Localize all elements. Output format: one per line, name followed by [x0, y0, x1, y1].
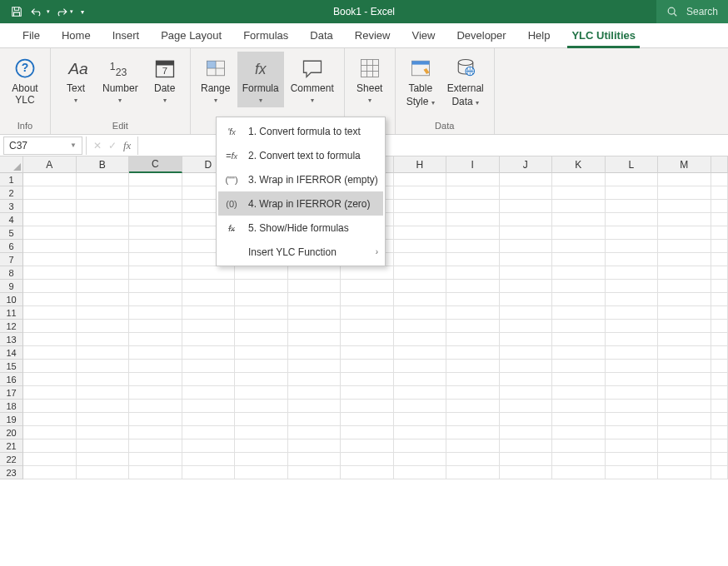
cell[interactable]: [23, 280, 77, 293]
cell[interactable]: [500, 186, 553, 200]
cell[interactable]: [606, 373, 659, 386]
cell[interactable]: [77, 426, 130, 439]
row-header[interactable]: 17: [0, 386, 23, 400]
cell[interactable]: [446, 293, 500, 306]
tab-formulas[interactable]: Formulas: [232, 23, 299, 48]
cell[interactable]: [23, 226, 77, 240]
cell[interactable]: [182, 386, 236, 400]
cell[interactable]: [446, 333, 500, 346]
cell[interactable]: [341, 293, 394, 306]
cell[interactable]: [446, 453, 500, 466]
sheet-button[interactable]: Sheet▾: [350, 52, 390, 107]
cell[interactable]: [394, 333, 447, 346]
cell[interactable]: [288, 360, 342, 373]
cell[interactable]: [288, 320, 342, 333]
cell[interactable]: [500, 226, 553, 240]
cell[interactable]: [288, 386, 342, 400]
cell[interactable]: [23, 240, 77, 253]
cell[interactable]: [341, 453, 394, 466]
row-header[interactable]: 11: [0, 306, 23, 320]
cell[interactable]: [446, 426, 500, 439]
cell[interactable]: [394, 240, 447, 253]
cell[interactable]: [711, 306, 728, 320]
cell[interactable]: [394, 453, 447, 466]
row-header[interactable]: 4: [0, 213, 23, 226]
cell[interactable]: [77, 466, 130, 479]
cell[interactable]: [394, 293, 447, 306]
cell[interactable]: [235, 386, 288, 400]
cell[interactable]: [606, 466, 659, 479]
cell[interactable]: [552, 266, 606, 280]
row-header[interactable]: 13: [0, 333, 23, 346]
cell[interactable]: [552, 346, 606, 360]
tab-home[interactable]: Home: [51, 23, 102, 48]
cell[interactable]: [658, 200, 711, 213]
cell[interactable]: [606, 266, 659, 280]
cell[interactable]: [711, 386, 728, 400]
cell[interactable]: [129, 373, 182, 386]
cell[interactable]: [77, 253, 130, 266]
cell[interactable]: [23, 466, 77, 479]
row-header[interactable]: 3: [0, 200, 23, 213]
cell[interactable]: [500, 200, 553, 213]
cell[interactable]: [552, 426, 606, 439]
cell[interactable]: [711, 426, 728, 439]
cell[interactable]: [182, 413, 236, 426]
row-header[interactable]: 10: [0, 293, 23, 306]
row-header[interactable]: 1: [0, 173, 23, 186]
cell[interactable]: [500, 346, 553, 360]
cell[interactable]: [341, 346, 394, 360]
cell[interactable]: [658, 213, 711, 226]
cell[interactable]: [606, 173, 659, 186]
cell[interactable]: [235, 280, 288, 293]
cell[interactable]: [394, 466, 447, 479]
cell[interactable]: [288, 293, 342, 306]
cell[interactable]: [288, 413, 342, 426]
cell[interactable]: [606, 333, 659, 346]
redo-button[interactable]: ▾: [53, 2, 73, 22]
cell[interactable]: [235, 360, 288, 373]
cell[interactable]: [235, 400, 288, 413]
cell[interactable]: [658, 466, 711, 479]
cell[interactable]: [129, 200, 182, 213]
menu-item[interactable]: ("")3. Wrap in IFERROR (empty): [218, 167, 383, 191]
cell[interactable]: [606, 213, 659, 226]
cell[interactable]: [500, 373, 553, 386]
cell[interactable]: [446, 200, 500, 213]
cell[interactable]: [552, 226, 606, 240]
cell[interactable]: [77, 413, 130, 426]
cell[interactable]: [552, 306, 606, 320]
cell[interactable]: [341, 320, 394, 333]
cell[interactable]: [182, 320, 236, 333]
cell[interactable]: [500, 333, 553, 346]
cell[interactable]: [446, 306, 500, 320]
cell[interactable]: [711, 280, 728, 293]
cell[interactable]: [500, 280, 553, 293]
cell[interactable]: [552, 386, 606, 400]
cell[interactable]: [77, 200, 130, 213]
cell[interactable]: [552, 240, 606, 253]
cell[interactable]: [394, 266, 447, 280]
cell[interactable]: [500, 320, 553, 333]
cell[interactable]: [711, 413, 728, 426]
column-header[interactable]: L: [606, 156, 659, 173]
row-header[interactable]: 6: [0, 240, 23, 253]
cell[interactable]: [658, 320, 711, 333]
cell[interactable]: [658, 333, 711, 346]
cell[interactable]: [23, 266, 77, 280]
cell[interactable]: [77, 333, 130, 346]
cell[interactable]: [341, 386, 394, 400]
cell[interactable]: [77, 439, 130, 453]
cell[interactable]: [658, 186, 711, 200]
cell[interactable]: [23, 439, 77, 453]
cell[interactable]: [394, 400, 447, 413]
cell[interactable]: [341, 266, 394, 280]
cell[interactable]: [500, 413, 553, 426]
cell[interactable]: [394, 213, 447, 226]
row-header[interactable]: 14: [0, 346, 23, 360]
cell[interactable]: [552, 400, 606, 413]
text-button[interactable]: AaText▾: [56, 52, 96, 107]
cell[interactable]: [711, 333, 728, 346]
cell[interactable]: [23, 386, 77, 400]
cell[interactable]: [341, 373, 394, 386]
